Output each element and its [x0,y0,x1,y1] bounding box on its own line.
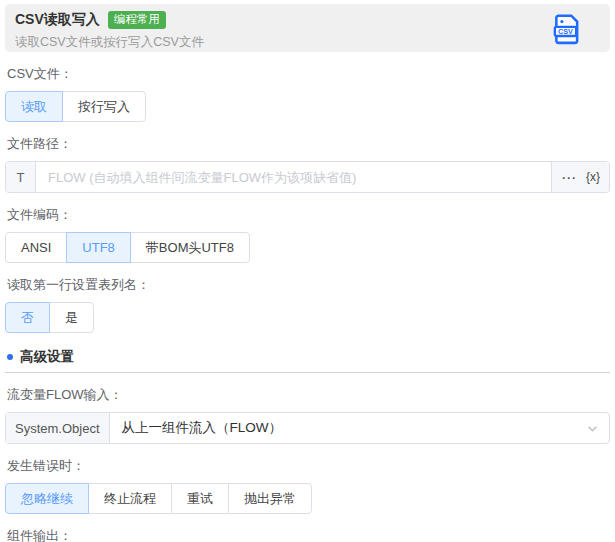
output-label: 组件输出： [7,527,608,542]
encoding-group: ANSI UTF8 带BOM头UTF8 [5,232,250,263]
flow-input-value: 从上一组件流入（FLOW） [110,419,586,437]
file-path-suffix: ⋯ {x} [551,162,609,192]
error-throw-button[interactable]: 抛出异常 [228,483,312,514]
encoding-bom-utf8-button[interactable]: 带BOM头UTF8 [130,232,250,263]
csv-file-icon: CSV [552,13,582,45]
file-path-input-group: T ⋯ {x} [5,161,610,193]
first-row-no-button[interactable]: 否 [5,302,50,333]
svg-text:CSV: CSV [558,27,573,36]
file-path-label: 文件路径： [7,135,608,153]
component-header: CSV读取写入 编程常用 读取CSV文件或按行写入CSV文件 CSV [5,4,610,52]
on-error-label: 发生错误时： [7,457,608,475]
csv-mode-read-button[interactable]: 读取 [5,91,63,122]
on-error-group: 忽略继续 终止流程 重试 抛出异常 [5,483,312,514]
error-retry-button[interactable]: 重试 [171,483,229,514]
text-type-prefix: T [6,162,36,192]
first-row-header-group: 否 是 [5,302,94,333]
flow-input-select[interactable]: System.Object 从上一组件流入（FLOW） [5,412,610,444]
first-row-yes-button[interactable]: 是 [49,302,94,333]
bullet-dot-icon [7,354,13,360]
category-badge: 编程常用 [108,11,166,29]
component-description: 读取CSV文件或按行写入CSV文件 [15,34,598,51]
flow-input-label: 流变量FLOW输入： [7,386,608,404]
encoding-label: 文件编码： [7,206,608,224]
csv-mode-write-button[interactable]: 按行写入 [62,91,146,122]
csv-mode-label: CSV文件： [7,65,608,83]
encoding-utf8-button[interactable]: UTF8 [66,232,131,263]
file-path-input[interactable] [36,162,551,192]
advanced-settings-header: 高级设置 [7,348,608,366]
encoding-ansi-button[interactable]: ANSI [5,232,67,263]
flow-input-type: System.Object [6,413,110,443]
first-row-header-label: 读取第一行设置表列名： [7,276,608,294]
advanced-settings-title: 高级设置 [20,348,74,366]
error-ignore-button[interactable]: 忽略继续 [5,483,89,514]
chevron-down-icon [586,422,599,435]
page-title: CSV读取写入 [15,11,100,29]
variable-picker-icon[interactable]: {x} [586,170,600,184]
browse-ellipsis-icon[interactable]: ⋯ [561,170,577,185]
section-divider [5,372,610,373]
csv-mode-group: 读取 按行写入 [5,91,146,122]
error-stop-button[interactable]: 终止流程 [88,483,172,514]
